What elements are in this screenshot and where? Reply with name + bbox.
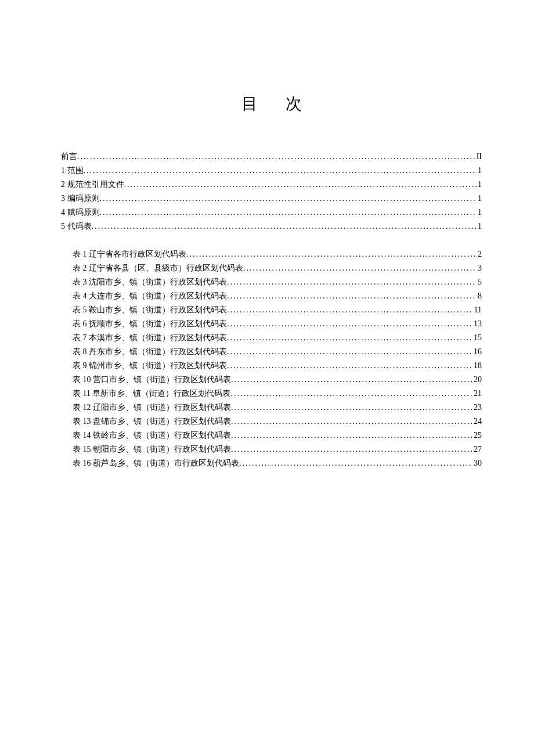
toc-entry: 前言 II xyxy=(61,150,482,164)
toc-label: 表 3 沈阳市乡、镇（街道）行政区划代码表 xyxy=(73,275,227,289)
toc-label: 表 9 锦州市乡、镇（街道）行政区划代码表 xyxy=(73,359,227,373)
toc-page: 11 xyxy=(473,303,482,317)
toc-page: 16 xyxy=(472,345,482,359)
toc-page: 2 xyxy=(477,247,482,261)
toc-page: 15 xyxy=(472,331,482,345)
toc-leader xyxy=(231,429,472,442)
toc-page: 13 xyxy=(472,317,482,331)
toc-entry: 表 3 沈阳市乡、镇（街道）行政区划代码表 5 xyxy=(61,275,482,289)
toc-entry: 表 7 本溪市乡、镇（街道）行政区划代码表 15 xyxy=(61,331,482,345)
toc-entry: 表 12 辽阳市乡、镇（街道）行政区划代码表 23 xyxy=(61,401,482,415)
toc-label: 表 10 营口市乡、镇（街道）行政区划代码表 xyxy=(73,373,231,387)
toc-entry: 表 11 阜新市乡、镇（街道）行政区划代码表 21 xyxy=(61,387,482,401)
toc-label: 表 15 朝阳市乡、镇（街道）行政区划代码表 xyxy=(73,442,231,456)
toc-entry: 表 1 辽宁省各市行政区划代码表 2 xyxy=(61,247,482,261)
toc-entry: 表 14 铁岭市乡、镇（街道）行政区划代码表 25 xyxy=(61,429,482,442)
toc-entry: 表 10 营口市乡、镇（街道）行政区划代码表 20 xyxy=(61,373,482,387)
toc-label: 3 编码原则 xyxy=(61,192,100,206)
toc-title: 目次 xyxy=(61,93,482,115)
toc-label: 表 8 丹东市乡、镇（街道）行政区划代码表 xyxy=(73,345,227,359)
toc-entry: 2 规范性引用文件 1 xyxy=(61,178,482,192)
toc-page: 27 xyxy=(472,442,482,456)
toc-entry: 表 6 抚顺市乡、镇（街道）行政区划代码表 13 xyxy=(61,317,482,331)
toc-page: 24 xyxy=(472,415,482,429)
toc-leader xyxy=(230,387,472,401)
toc-page: 8 xyxy=(477,289,482,303)
toc-label: 表 2 辽宁省各县（区、县级市）行政区划代码表 xyxy=(73,261,243,275)
toc-entry: 表 8 丹东市乡、镇（街道）行政区划代码表 16 xyxy=(61,345,482,359)
toc-leader xyxy=(227,289,477,303)
toc-page: 5 xyxy=(477,275,482,289)
toc-entry: 表 15 朝阳市乡、镇（街道）行政区划代码表 27 xyxy=(61,442,482,456)
toc-entry: 表 5 鞍山市乡、镇（街道）行政区划代码表 11 xyxy=(61,303,482,317)
toc-leader xyxy=(186,247,477,261)
toc-page: 3 xyxy=(477,261,482,275)
toc-page: 1 xyxy=(477,219,482,233)
toc-leader xyxy=(231,373,472,387)
toc-leader xyxy=(227,317,472,331)
toc-label: 表 13 盘锦市乡、镇（街道）行政区划代码表 xyxy=(73,415,231,429)
toc-label: 表 16 葫芦岛乡、镇（街道）市行政区划代码表 xyxy=(73,456,239,470)
toc-page: 18 xyxy=(472,359,482,373)
toc-leader xyxy=(231,442,472,456)
toc-label: 表 14 铁岭市乡、镇（街道）行政区划代码表 xyxy=(73,429,231,442)
toc-entry: 4 赋码原则 1 xyxy=(61,206,482,219)
toc-leader xyxy=(239,456,472,470)
toc-leader xyxy=(100,192,477,206)
toc-leader xyxy=(92,219,477,233)
toc-leader xyxy=(231,415,472,429)
toc-label: 5 代码表 xyxy=(61,219,92,233)
toc-entry: 表 2 辽宁省各县（区、县级市）行政区划代码表 3 xyxy=(61,261,482,275)
toc-entry: 5 代码表 1 xyxy=(61,219,482,233)
toc-leader xyxy=(100,206,477,219)
toc-label: 前言 xyxy=(61,150,77,164)
toc-leader xyxy=(231,401,472,415)
toc-entry: 表 9 锦州市乡、镇（街道）行政区划代码表 18 xyxy=(61,359,482,373)
toc-page: 23 xyxy=(472,401,482,415)
toc-leader xyxy=(84,164,477,178)
toc-leader xyxy=(227,331,472,345)
toc-page: 20 xyxy=(472,373,482,387)
toc-entry: 表 4 大连市乡、镇（街道）行政区划代码表 8 xyxy=(61,289,482,303)
toc-leader xyxy=(227,275,477,289)
toc-entry: 表 16 葫芦岛乡、镇（街道）市行政区划代码表 30 xyxy=(61,456,482,470)
toc-leader xyxy=(243,261,477,275)
toc-leader xyxy=(227,303,473,317)
toc-label: 表 6 抚顺市乡、镇（街道）行政区划代码表 xyxy=(73,317,227,331)
toc-label: 表 7 本溪市乡、镇（街道）行政区划代码表 xyxy=(73,331,227,345)
toc-page: 25 xyxy=(472,429,482,442)
toc-label: 1 范围 xyxy=(61,164,84,178)
toc-leader xyxy=(77,150,475,164)
table-of-contents: 前言 II 1 范围 1 2 规范性引用文件 1 3 编码原则 1 4 赋码原则… xyxy=(61,150,482,470)
toc-label: 2 规范性引用文件 xyxy=(61,178,124,192)
toc-label: 表 4 大连市乡、镇（街道）行政区划代码表 xyxy=(73,289,227,303)
toc-page: 30 xyxy=(472,456,482,470)
toc-entry: 表 13 盘锦市乡、镇（街道）行政区划代码表 24 xyxy=(61,415,482,429)
toc-entry: 3 编码原则 1 xyxy=(61,192,482,206)
toc-leader xyxy=(124,178,477,192)
toc-label: 表 1 辽宁省各市行政区划代码表 xyxy=(73,247,186,261)
toc-page: 1 xyxy=(477,164,482,178)
toc-page: 1 xyxy=(477,178,482,192)
toc-page: 1 xyxy=(477,206,482,219)
toc-label: 表 11 阜新市乡、镇（街道）行政区划代码表 xyxy=(73,387,230,401)
toc-leader xyxy=(227,345,472,359)
toc-label: 4 赋码原则 xyxy=(61,206,100,219)
toc-leader xyxy=(227,359,472,373)
toc-page: 21 xyxy=(472,387,482,401)
section-gap xyxy=(61,233,482,247)
toc-label: 表 5 鞍山市乡、镇（街道）行政区划代码表 xyxy=(73,303,227,317)
toc-entry: 1 范围 1 xyxy=(61,164,482,178)
toc-label: 表 12 辽阳市乡、镇（街道）行政区划代码表 xyxy=(73,401,231,415)
toc-page: II xyxy=(475,150,482,164)
toc-page: 1 xyxy=(477,192,482,206)
